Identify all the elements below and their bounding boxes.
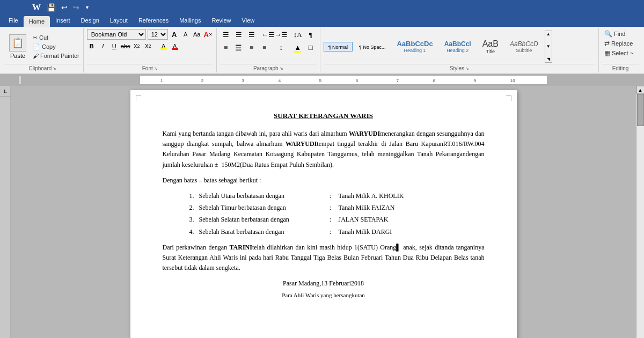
align-left-button[interactable]: ≡ [220,42,232,54]
styles-scroll-buttons[interactable]: ▲ ▼ ◥ [545,31,552,63]
paste-button[interactable]: 📋 Paste [4,29,31,64]
corner-tr [506,95,511,101]
scissors-icon: ✂ [33,34,38,41]
boundary-item-4: 4. Sebelah Barat berbatasan dengan : Tan… [189,227,485,237]
font-color-button[interactable]: A [170,41,180,51]
paragraph-2: Dengan batas – batas sebagai berikut : [163,175,485,186]
clipboard-dialog-launcher[interactable]: ↘ [53,66,56,71]
font-case-button[interactable]: Aa [192,30,202,39]
save-button[interactable]: 💾 [45,3,57,13]
styles-dialog-launcher[interactable]: ↘ [465,66,469,71]
shading-button[interactable]: ▲ [292,42,304,54]
style-title[interactable]: AaB Title [478,38,503,56]
numbering-button[interactable]: ☰ [233,29,245,41]
ruler-corner[interactable]: L [0,86,11,97]
paragraph-group-label: Paragraph ↘ [220,64,317,71]
font-size-select[interactable]: 12 [148,29,168,40]
boundary-list: 1. Sebelah Utara berbatasan dengan : Tan… [179,191,485,237]
tab-home[interactable]: Home [24,16,50,27]
left-sidebar: L [0,86,11,338]
find-button[interactable]: 🔍 Find [602,29,639,39]
format-painter-button[interactable]: 🖌 Format Painter [31,52,81,60]
style-subtitle[interactable]: AaBbCcD Subtitle [505,39,543,55]
style-normal[interactable]: ¶ Normal [324,42,353,52]
styles-scroll-up[interactable]: ▲ [546,32,551,36]
styles-group-label: Styles ↘ [324,64,595,71]
font-group: Bookman Old 12 A A Aa A ✕ B I U abc X2 X… [84,28,217,72]
clipboard-small-buttons: ✂ Cut 📄 Copy 🖌 Format Painter [31,29,81,64]
document-title: SURAT KETERANGAN WARIS [163,112,485,120]
corner-tl [136,95,141,101]
replace-button[interactable]: ⇄ Replace [602,39,639,48]
tab-references[interactable]: References [133,15,174,27]
select-icon: ▦ [604,49,610,57]
font-grow-button[interactable]: A [170,30,179,39]
clipboard-group: 📋 Paste ✂ Cut 📄 Copy 🖌 Format Painter [2,28,84,72]
tab-file[interactable]: File [3,15,24,27]
style-nospace[interactable]: ¶ No Spac... [354,42,390,52]
strikethrough-button[interactable]: abc [121,41,130,51]
sort-button[interactable]: ↕A [292,29,304,41]
font-group-label: Font ↘ [87,64,213,71]
scroll-track[interactable] [636,94,644,338]
italic-button[interactable]: I [98,41,108,51]
justify-button[interactable]: ≡ [259,42,270,54]
document-page: SURAT KETERANGAN WARIS Kami yang bertand… [130,90,517,338]
align-right-button[interactable]: ≡ [246,42,258,54]
ribbon-tabs-bar: File Home Insert Design Layout Reference… [0,15,644,27]
copy-button[interactable]: 📄 Copy [31,43,81,51]
underline-button[interactable]: U [109,41,119,51]
clear-formatting-button[interactable]: A ✕ [203,30,213,39]
paragraph-group: ☰ ☰ ☰ ←☰ →☰ ↕A ¶ ≡ ☰ ≡ ≡ ↕ ▲ □ Paragraph… [217,28,320,72]
tab-mailings[interactable]: Mailings [174,15,206,27]
document-scroll-area: SURAT KETERANGAN WARIS Kami yang bertand… [11,86,636,338]
tab-view[interactable]: View [237,15,260,27]
font-shrink-button[interactable]: A [181,30,191,39]
decrease-indent-button[interactable]: ←☰ [262,29,274,41]
paragraph-1: Kami yang bertanda tangan dibawah ini, p… [163,129,485,170]
increase-indent-button[interactable]: →☰ [275,29,287,41]
style-heading1[interactable]: AaBbCcDc Heading 1 [392,38,437,55]
styles-more[interactable]: ◥ [547,57,550,62]
clipboard-group-label: Clipboard ↘ [4,64,81,71]
boundary-item-3: 3. Sebelah Selatan berbatasan dengan : J… [189,215,485,225]
footer-label: Para Ahli Waris yang bersangkutan [163,291,485,300]
tab-layout[interactable]: Layout [105,15,133,27]
scroll-thumb[interactable] [637,94,644,126]
line-spacing-button[interactable]: ↕ [275,42,287,54]
copy-icon: 📄 [33,43,40,50]
tab-design[interactable]: Design [76,15,105,27]
show-marks-button[interactable]: ¶ [305,29,317,41]
ruler: 1 2 3 4 5 6 7 8 9 10 [140,75,547,85]
tab-review[interactable]: Review [207,15,237,27]
boundary-item-1: 1. Sebelah Utara berbatasan dengan : Tan… [189,191,485,201]
boundary-item-2: 2. Sebelah Timur berbatasan dengan : Tan… [189,203,485,213]
redo-button[interactable]: ↪ [71,3,81,13]
place-date: Pasar Madang,13 Februari2018 [163,278,485,289]
word-icon: W [32,3,41,12]
bold-button[interactable]: B [87,41,97,51]
multilevel-list-button[interactable]: ☰ [246,29,258,41]
paste-label: Paste [10,53,25,59]
font-dialog-launcher[interactable]: ↘ [154,66,158,71]
styles-scroll-down[interactable]: ▼ [546,44,551,49]
text-highlight-button[interactable]: A [159,41,169,51]
cut-button[interactable]: ✂ Cut [31,34,81,42]
document-body: Kami yang bertanda tangan dibawah ini, p… [163,129,485,300]
font-name-select[interactable]: Bookman Old [87,29,146,40]
border-button[interactable]: □ [305,42,317,54]
subscript-button[interactable]: X2 [132,41,142,51]
style-heading2[interactable]: AaBbCcI Heading 2 [440,39,476,55]
find-icon: 🔍 [604,30,612,38]
align-center-button[interactable]: ☰ [233,42,245,54]
qat-dropdown-button[interactable]: ▼ [83,4,91,11]
paragraph-dialog-launcher[interactable]: ↘ [280,66,283,71]
undo-button[interactable]: ↩ [60,3,69,13]
select-button[interactable]: ▦ Select ~ [602,48,639,58]
right-scrollbar: ▲ ▼ [636,86,644,338]
tab-insert[interactable]: Insert [50,15,76,27]
scroll-up-button[interactable]: ▲ [636,86,645,94]
quick-access-toolbar: W 💾 ↩ ↪ ▼ [0,0,644,15]
superscript-button[interactable]: X2 [143,41,153,51]
bullets-button[interactable]: ☰ [220,29,232,41]
